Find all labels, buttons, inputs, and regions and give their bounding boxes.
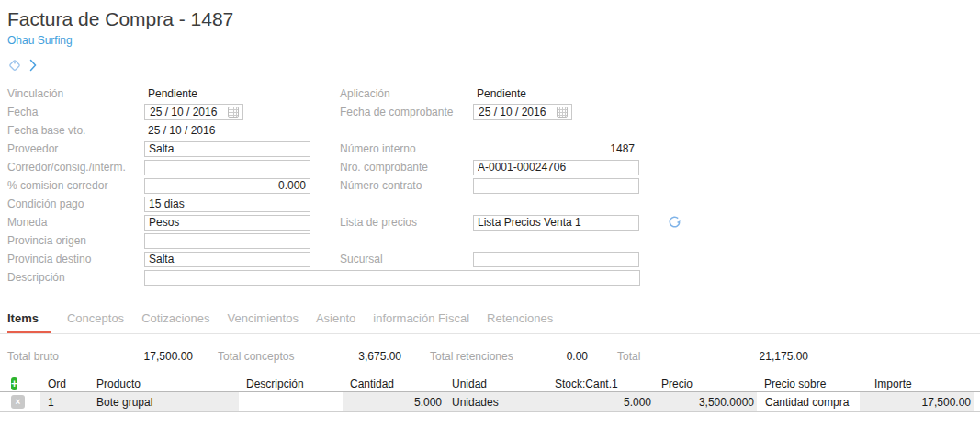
total-value: 21,175.00: [691, 350, 808, 363]
vinculacion-label: Vinculación: [7, 87, 144, 100]
total-conceptos-label: Total conceptos: [218, 350, 328, 363]
cell-precio-sobre[interactable]: Cantidad compra: [757, 392, 860, 411]
tab-retenciones[interactable]: Retenciones: [487, 311, 555, 333]
comision-label: % comision corredor: [7, 179, 144, 192]
fecha-comprobante-input[interactable]: 25 / 10 / 2016: [473, 104, 572, 120]
proveedor-input[interactable]: [144, 141, 310, 157]
calendar-icon[interactable]: [228, 107, 239, 118]
provincia-origen-label: Provincia origen: [7, 234, 144, 247]
form-row: Descripción: [7, 268, 973, 287]
fecha-base-value: 25 / 10 / 2016: [144, 124, 215, 137]
fecha-comprobante-label: Fecha de comprobante: [340, 106, 473, 118]
col-importe: Importe: [860, 377, 974, 390]
page-title: Factura de Compra - 1487: [7, 7, 980, 31]
col-precio: Precio: [654, 377, 757, 390]
col-stock: Stock:Cant.1: [547, 377, 654, 390]
form-row: Provincia origen: [7, 231, 973, 250]
total-bruto-value: 17,500.00: [99, 350, 193, 363]
refresh-icon[interactable]: [667, 215, 682, 231]
delete-row-button[interactable]: ×: [11, 395, 25, 409]
col-precio-sobre: Precio sobre: [757, 377, 860, 390]
proveedor-label: Proveedor: [7, 142, 144, 155]
moneda-label: Moneda: [7, 216, 144, 229]
descripcion-input[interactable]: [144, 270, 640, 286]
cell-stock: 5.000: [547, 392, 654, 411]
totals-bar: Total bruto 17,500.00 Total conceptos 3,…: [7, 345, 980, 367]
vinculacion-value: Pendiente: [144, 87, 197, 100]
fecha-label: Fecha: [7, 106, 144, 118]
fecha-base-label: Fecha base vto.: [7, 124, 144, 137]
form-row: Fecha 25 / 10 / 2016 Fecha de comprobant…: [7, 103, 973, 121]
cell-importe: 17,500.00: [860, 392, 974, 411]
provincia-origen-input[interactable]: [144, 233, 310, 249]
col-unidad: Unidad: [445, 377, 547, 390]
table-row: × 1 Bote grupal 5.000 Unidades 5.000 3,5…: [0, 392, 980, 412]
form-row: % comision corredor Número contrato: [7, 176, 973, 195]
tab-informacion-fiscal[interactable]: información Fiscal: [373, 311, 471, 333]
descripcion-label: Descripción: [7, 271, 144, 284]
numero-interno-value: 1487: [473, 142, 639, 155]
cell-producto[interactable]: Bote grupal: [89, 392, 239, 411]
tab-asiento[interactable]: Asiento: [316, 311, 357, 333]
form-row: Moneda Lista de precios: [7, 213, 973, 231]
aplicacion-value: Pendiente: [473, 87, 526, 100]
toolbar: [7, 57, 980, 73]
nro-comprobante-input[interactable]: [473, 160, 639, 175]
total-conceptos-value: 3,675.00: [328, 350, 401, 363]
lista-precios-label: Lista de precios: [340, 216, 473, 229]
add-row-button[interactable]: +: [11, 377, 17, 390]
provincia-destino-label: Provincia destino: [7, 253, 144, 265]
col-producto: Producto: [89, 377, 239, 390]
tab-items[interactable]: Items: [7, 311, 51, 333]
corredor-label: Corredor/consig./interm.: [7, 161, 144, 174]
total-bruto-label: Total bruto: [7, 350, 99, 363]
invoice-page: Factura de Compra - 1487 Ohau Surfing Vi…: [0, 7, 980, 412]
form-row: Corredor/consig./interm. Nro. comprobant…: [7, 158, 973, 176]
cell-cantidad[interactable]: 5.000: [343, 392, 445, 411]
numero-contrato-label: Número contrato: [340, 179, 473, 192]
cell-ord: 1: [40, 392, 89, 411]
comision-input[interactable]: [144, 178, 310, 194]
moneda-input[interactable]: [144, 215, 310, 231]
cell-unidad: Unidades: [445, 392, 547, 411]
items-table-header: + Ord Producto Descripción Cantidad Unid…: [0, 376, 980, 392]
condicion-pago-input[interactable]: [144, 197, 310, 212]
tag-icon[interactable]: [7, 58, 22, 73]
nro-comprobante-label: Nro. comprobante: [340, 161, 473, 174]
cell-precio[interactable]: 3,500.0000: [654, 392, 757, 411]
cell-descripcion[interactable]: [239, 392, 343, 411]
tab-bar: Items Conceptos Cotizaciones Vencimiento…: [0, 311, 980, 334]
chevron-right-icon[interactable]: [28, 58, 38, 73]
sucursal-label: Sucursal: [340, 253, 473, 265]
form-row: Vinculación Pendiente Aplicación Pendien…: [7, 84, 973, 103]
tab-vencimientos[interactable]: Vencimientos: [228, 311, 300, 333]
numero-contrato-input[interactable]: [473, 178, 639, 194]
total-retenciones-label: Total retenciones: [430, 350, 543, 363]
provincia-destino-input[interactable]: [144, 252, 310, 267]
col-descripcion: Descripción: [239, 377, 343, 390]
lista-precios-input[interactable]: [473, 215, 639, 231]
fecha-input[interactable]: 25 / 10 / 2016: [144, 104, 243, 120]
tab-conceptos[interactable]: Conceptos: [67, 311, 126, 333]
total-label: Total: [617, 350, 691, 363]
numero-interno-label: Número interno: [340, 142, 473, 155]
form-row: Proveedor Número interno 1487: [7, 140, 973, 158]
invoice-form: Vinculación Pendiente Aplicación Pendien…: [7, 84, 973, 287]
col-cantidad: Cantidad: [343, 377, 445, 390]
sucursal-input[interactable]: [473, 252, 639, 267]
form-row: Provincia destino Sucursal: [7, 250, 973, 268]
condicion-pago-label: Condición pago: [7, 197, 144, 210]
corredor-input[interactable]: [144, 160, 310, 175]
partner-link[interactable]: Ohau Surfing: [7, 34, 980, 47]
tab-cotizaciones[interactable]: Cotizaciones: [141, 311, 211, 333]
form-row: Fecha base vto. 25 / 10 / 2016: [7, 121, 973, 140]
calendar-icon[interactable]: [557, 107, 568, 118]
col-ord: Ord: [40, 377, 89, 390]
total-retenciones-value: 0.00: [543, 350, 588, 363]
form-row: Condición pago: [7, 195, 973, 213]
aplicacion-label: Aplicación: [340, 87, 473, 100]
